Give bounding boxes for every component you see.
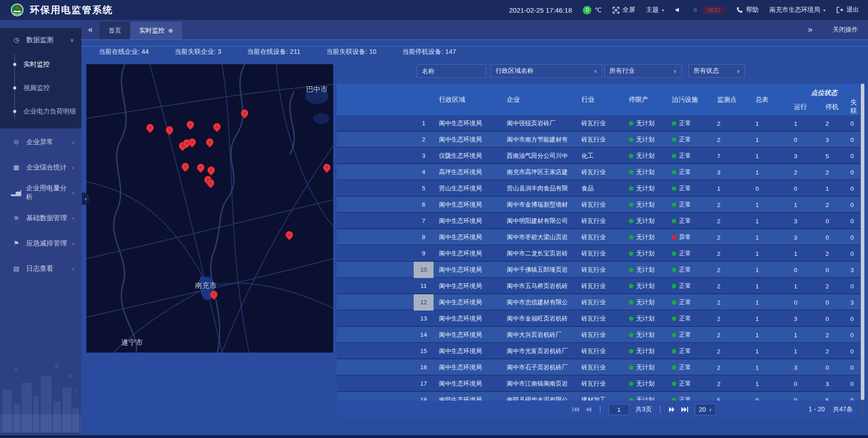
table-row[interactable]: 8 阆中生态环境局 阆中市枣碧大梁山页岩 砖瓦行业 无计划 异常 2 1 3 0… — [337, 229, 860, 245]
cell-offline: 0 — [845, 202, 860, 208]
cell-meters: 0 — [750, 185, 788, 192]
col-production: 停限产 — [623, 95, 666, 104]
page-number-input[interactable]: 1 — [609, 404, 629, 415]
region-select[interactable]: 行政区域名称 ∨ — [491, 64, 602, 78]
tab-首页[interactable]: 首页 — [99, 22, 130, 39]
organization-name: 南充市生态环境局 — [769, 6, 820, 14]
fullscreen-button[interactable]: 全屏 — [613, 6, 635, 14]
cell-company: 阆中市金福旺页岩机砖 — [501, 315, 576, 323]
row-number: 12 — [414, 294, 434, 311]
tab-实时监控[interactable]: 实时监控 ⊗ — [130, 22, 182, 39]
industry-select[interactable]: 所有行业 ∨ — [604, 64, 682, 78]
row-number: 11 — [414, 278, 434, 294]
row-number: 14 — [414, 327, 434, 343]
table-row[interactable]: 6 阆中生态环境局 阆中市金博瑞新型墙材 砖瓦行业 无计划 正常 2 1 1 2… — [337, 197, 860, 213]
notification-count-badge: 2632 — [702, 6, 726, 14]
table-body: 1 阆中生态环境局 阆中强锐页岩砖厂 砖瓦行业 无计划 正常 2 1 1 2 0… — [337, 115, 860, 400]
table-header: 行政区域 企业 行业 停限产 治污设施 监测点 总表 点位状态 运行 停机 失联 — [337, 84, 860, 115]
cell-production: 无计划 — [623, 315, 666, 323]
cell-points: 7 — [712, 153, 750, 160]
table-scrollbar-thumb[interactable] — [861, 84, 864, 400]
last-page-button[interactable] — [681, 407, 689, 412]
cell-company: 阆中市石子页岩机砖厂 — [501, 363, 576, 372]
cell-facility: 正常 — [666, 119, 712, 127]
notifications[interactable]: 2632 — [692, 6, 726, 14]
table-scrollbar[interactable] — [860, 84, 865, 416]
table-row[interactable]: 10 阆中生态环境局 阆中千佛镇五郎垭页岩 砖瓦行业 无计划 正常 2 1 0 … — [337, 262, 860, 278]
status-dot-icon — [629, 154, 633, 158]
cell-running: 0 — [788, 381, 820, 387]
table-row[interactable]: 3 仪陇生态环境局 西南油气田分公司川中 化工 无计划 正常 7 1 3 5 0 — [337, 148, 860, 164]
mute-button[interactable] — [675, 7, 681, 13]
cell-facility: 正常 — [666, 396, 712, 400]
status-dot-icon — [672, 268, 676, 272]
table-row[interactable]: 7 阆中生态环境局 阆中明阳建材有限公司 砖瓦行业 无计划 正常 2 1 3 0… — [337, 213, 860, 229]
cell-region: 仪陇生态环境局 — [434, 152, 501, 160]
organization-dropdown[interactable]: 南充市生态环境局 ▾ — [769, 6, 826, 14]
table-row[interactable]: 12 阆中生态环境局 阆中市忠信建材有限公 砖瓦行业 无计划 正常 2 1 0 … — [337, 294, 860, 311]
status-item: 当前失联企业:3 — [175, 47, 221, 56]
sidebar-subitem[interactable]: 实时监控 — [0, 52, 81, 76]
cell-offline: 3 — [845, 267, 860, 273]
cell-region: 阆中生态环境局 — [434, 380, 501, 388]
map-canvas[interactable]: 巴中市南充市遂宁市 — [86, 64, 333, 353]
previous-page-button[interactable] — [585, 407, 592, 412]
next-page-button[interactable] — [669, 407, 675, 412]
table-row[interactable]: 16 阆中生态环境局 阆中市石子页岩机砖厂 砖瓦行业 无计划 正常 2 1 3 … — [337, 359, 860, 376]
brand: 环保用电监管系统 — [0, 4, 113, 16]
cell-region: 阆中生态环境局 — [434, 298, 501, 306]
page-title: 环保用电监管系统 — [30, 4, 113, 16]
cell-running: 0 — [788, 137, 820, 143]
sidebar-item-base-data-management[interactable]: ≋ 基础数据管理 ‹ — [0, 206, 81, 230]
cell-meters: 1 — [750, 153, 788, 160]
table-row[interactable]: 1 阆中生态环境局 阆中强锐页岩砖厂 砖瓦行业 无计划 正常 2 1 1 2 0 — [337, 115, 860, 132]
cell-points: 2 — [712, 332, 750, 339]
table-row[interactable]: 15 阆中生态环境局 阆中市光富页岩机砖厂 砖瓦行业 无计划 正常 2 1 1 … — [337, 343, 860, 359]
table-row[interactable]: 11 阆中生态环境局 阆中市五马桥页岩机砖 砖瓦行业 无计划 正常 2 1 1 … — [337, 278, 860, 294]
first-page-button[interactable] — [572, 407, 579, 412]
sidebar-item-emergency-reduction[interactable]: ⚑ 应急减排管理 ‹ — [0, 231, 81, 255]
sidebar-subitem-label: 实时监控 — [24, 60, 50, 69]
tab-label: 实时监控 — [139, 27, 165, 35]
main-content: 当前在线企业:44 当前失联企业:3 当前在线设备:211 当前失联设备:10 … — [81, 40, 868, 435]
sidebar-item-label: 企业异常 — [26, 138, 53, 146]
scroll-tabs-right-icon[interactable]: » — [801, 25, 819, 34]
row-number: 2 — [414, 132, 434, 148]
chevron-left-icon: ‹ — [72, 240, 74, 247]
name-search-input[interactable] — [417, 64, 486, 78]
cell-company: 阆中市五马桥页岩机砖 — [501, 282, 576, 290]
sidebar-item-enterprise-abnormal[interactable]: ⊙ 企业异常 ‹ — [0, 130, 81, 154]
table-row[interactable]: 5 营山生态环境局 营山县润丰肉食品有限 食品 无计划 正常 1 0 0 1 0 — [337, 180, 860, 197]
sidebar-item-enterprise-statistics[interactable]: ▦ 企业综合统计 ‹ — [0, 155, 81, 179]
table-row[interactable]: 9 阆中生态环境局 阆中市二龙长宝页岩砖 砖瓦行业 无计划 正常 2 1 1 2… — [337, 245, 860, 262]
cell-industry: 砖瓦行业 — [576, 347, 623, 355]
table-row[interactable]: 14 阆中生态环境局 阆中大兴页岩机砖厂 砖瓦行业 无计划 正常 2 1 1 2… — [337, 327, 860, 343]
sidebar-item-log-view[interactable]: ▤ 日志查看 ‹ — [0, 257, 81, 280]
cell-production: 无计划 — [623, 266, 666, 274]
cell-industry: 砖瓦行业 — [576, 380, 623, 388]
page-size-select[interactable]: 20 ∨ — [695, 404, 716, 415]
sidebar-subitem[interactable]: 视频监控 — [0, 76, 81, 99]
sidebar-item-label: 数据监测 — [26, 36, 53, 44]
status-dot-icon — [629, 137, 633, 142]
status-select[interactable]: 所有状态 ∨ — [689, 64, 745, 78]
tab-close-icon[interactable]: ⊗ — [168, 27, 173, 34]
scroll-tabs-left-icon[interactable]: « — [81, 20, 99, 39]
table-row[interactable]: 17 阆中生态环境局 阆中市江南镇阆南页岩 砖瓦行业 无计划 正常 2 1 0 … — [337, 376, 860, 392]
close-operations-dropdown[interactable]: 关闭操作 — [833, 26, 858, 34]
chevron-down-icon: ∨ — [736, 68, 740, 74]
logout-button[interactable]: 退出 — [836, 6, 859, 14]
cell-company: 阆中市枣碧大梁山页岩 — [501, 233, 576, 241]
table-row[interactable]: 18 南部生态环境局 南部县砚华水泥有限公 建材加工 无计划 正常 5 0 0 … — [337, 392, 860, 400]
cell-facility: 正常 — [666, 250, 712, 258]
help-button[interactable]: 帮助 — [736, 6, 759, 14]
status-dot-icon — [672, 219, 676, 223]
table-row[interactable]: 13 阆中生态环境局 阆中市金福旺页岩机砖 砖瓦行业 无计划 正常 2 1 3 … — [337, 311, 860, 327]
table-row[interactable]: 2 阆中生态环境局 阆中市南方节能建材有 砖瓦行业 无计划 正常 2 1 0 3… — [337, 132, 860, 148]
cell-industry: 砖瓦行业 — [576, 168, 623, 176]
table-row[interactable]: 4 高坪生态环境局 南充市高坪区王家店建 砖瓦行业 无计划 正常 3 1 2 2… — [337, 164, 860, 180]
sidebar-item-data-monitoring[interactable]: ◷ 数据监测 ∨ — [0, 28, 81, 52]
theme-dropdown[interactable]: 主题 ▾ — [646, 6, 664, 14]
sidebar-item-power-analysis[interactable]: ▂▅▇ 企业用电量分析 ‹ — [0, 181, 81, 204]
sidebar-subitem[interactable]: 企业电力负荷明细 — [0, 99, 81, 123]
